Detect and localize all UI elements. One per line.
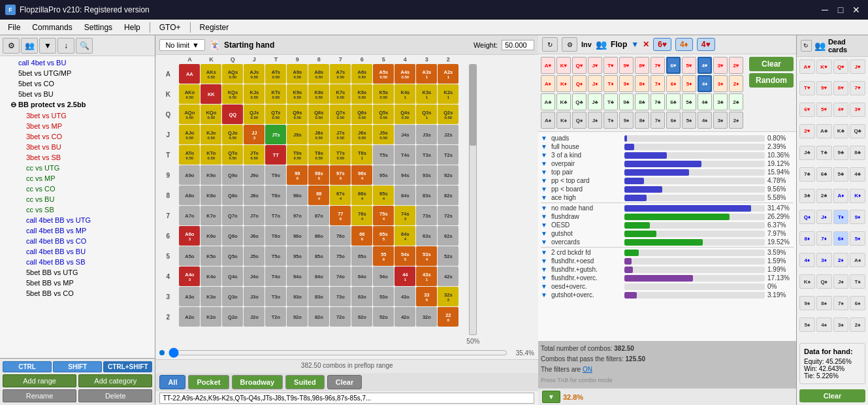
picker-card-T♣[interactable]: T♣: [603, 93, 618, 110]
hand-cell-kjo[interactable]: KJo0.50: [201, 125, 221, 144]
hand-cell-66[interactable]: 666: [351, 226, 372, 246]
dead-card-4s[interactable]: 4♠: [816, 317, 832, 332]
hand-cell-j6s[interactable]: J6s0.50: [351, 125, 372, 144]
hand-cell-54o[interactable]: 54o: [373, 267, 394, 286]
hand-cell-ajo[interactable]: AJo0.50: [179, 125, 200, 144]
tree-item-5bet-bb-co[interactable]: 5bet BB vs CO: [0, 288, 155, 299]
hand-cell-t2o[interactable]: T2o: [265, 307, 286, 327]
hand-cell-a7o[interactable]: A7o: [179, 206, 200, 225]
picker-card-3♦[interactable]: 3♦: [713, 75, 728, 92]
hand-cell-92o[interactable]: 92o: [287, 307, 308, 327]
tree-item-cc-bu[interactable]: cc vs BU: [0, 194, 155, 204]
hand-cell-k7s[interactable]: K7s0.50: [330, 84, 351, 104]
hand-cell-j3o[interactable]: J3o: [244, 287, 265, 306]
dead-card-7d[interactable]: 7♦: [816, 231, 832, 246]
hand-cell-98o[interactable]: 98o: [287, 186, 308, 205]
hand-cell-55[interactable]: 556: [373, 246, 394, 266]
hand-cell-k5s[interactable]: K5s0.50: [373, 84, 394, 104]
dead-card-3d[interactable]: 3♦: [816, 253, 832, 267]
tree-item-cc-utg[interactable]: cc vs UTG: [0, 163, 155, 173]
all-button[interactable]: All: [159, 375, 185, 389]
hand-cell-t7o[interactable]: T7o: [265, 206, 286, 225]
hand-cell-85s[interactable]: 85s4: [373, 186, 394, 205]
picker-card-6♥[interactable]: 6♥: [666, 57, 681, 74]
hand-cell-82s[interactable]: 82s: [438, 186, 458, 205]
picker-card-3♣[interactable]: 3♣: [713, 93, 728, 110]
hand-cell-74o[interactable]: 74o: [330, 267, 351, 286]
dead-card-2d[interactable]: 2♦: [833, 253, 849, 267]
import-button[interactable]: ↓: [57, 38, 74, 54]
hand-cell-q9o[interactable]: Q9o: [222, 165, 243, 185]
hand-cell-j6o[interactable]: J6o: [244, 226, 265, 246]
limit-dropdown[interactable]: No limit ▼: [159, 39, 205, 51]
tree-item-5bet-utg-mp[interactable]: 5bet vs UTG/MP: [0, 68, 155, 78]
hand-cell-a3o[interactable]: A3o: [179, 287, 200, 306]
hand-cell-k5o[interactable]: K5o: [201, 246, 221, 266]
tree-item-call4bet-bb-bu[interactable]: call 4bet BB vs BU: [0, 246, 155, 257]
hand-cell-j9s[interactable]: J9s: [287, 125, 308, 144]
search-button[interactable]: 🔍: [76, 38, 93, 54]
stat-filter-icon-12[interactable]: ▼: [541, 238, 549, 246]
hand-cell-jj[interactable]: JJ3: [244, 125, 265, 144]
dead-card-6s[interactable]: 6♠: [850, 296, 865, 310]
picker-card-Q♦[interactable]: Q♦: [572, 75, 587, 92]
hand-cell-72s[interactable]: 72s: [438, 206, 458, 225]
hand-cell-q2s[interactable]: Q2s0.50: [438, 105, 458, 124]
dead-card-8c[interactable]: 8♣: [850, 146, 865, 160]
clear-dead-button[interactable]: Clear: [799, 389, 865, 402]
menu-settings[interactable]: Settings: [79, 22, 118, 33]
hand-cell-87s[interactable]: 87s4: [330, 186, 351, 205]
dead-card-6c[interactable]: 6♣: [816, 167, 832, 182]
ctrlshift-modifier[interactable]: CTRL+SHIFT: [103, 361, 152, 372]
stat-filter-icon-11[interactable]: ▼: [541, 230, 549, 237]
hand-cell-t4o[interactable]: T4o: [265, 267, 286, 286]
hand-cell-73s[interactable]: 73s: [416, 206, 437, 225]
hand-cell-65o[interactable]: 65o: [351, 246, 372, 266]
tree-item-5bet-co[interactable]: 5bet vs CO: [0, 78, 155, 89]
hand-cell-t5o[interactable]: T5o: [265, 246, 286, 266]
filter-icon-btn[interactable]: ▼: [542, 391, 560, 403]
picker-card-J♥[interactable]: J♥: [588, 57, 602, 74]
stat-filter-icon-8[interactable]: ▼: [541, 204, 549, 212]
picker-card-K♦[interactable]: K♦: [556, 75, 571, 92]
add-category-button[interactable]: Add category: [78, 374, 152, 387]
picker-card-T♠[interactable]: T♠: [603, 112, 618, 129]
hand-cell-96o[interactable]: 96o: [287, 226, 308, 246]
tree-item-call4bet-bb-mp[interactable]: call 4bet BB vs MP: [0, 225, 155, 236]
maximize-button[interactable]: □: [834, 3, 847, 16]
stat-filter-icon-1[interactable]: ▼: [541, 143, 549, 150]
dead-card-3s[interactable]: 3♠: [833, 317, 849, 332]
hand-cell-t8s[interactable]: T8s0.50: [308, 145, 329, 165]
dead-card-Jd[interactable]: J♦: [816, 210, 832, 224]
hand-cell-53o[interactable]: 53o: [373, 287, 394, 306]
picker-card-4♦[interactable]: 4♦: [698, 75, 712, 92]
filter-funnel-icon[interactable]: ▼: [631, 40, 639, 49]
tree-item-cc-sb[interactable]: cc vs SB: [0, 204, 155, 215]
hand-cell-q6s[interactable]: Q6s0.50: [351, 105, 372, 124]
tree-item-call4bet-bb-sb[interactable]: call 4bet BB vs SB: [0, 257, 155, 267]
hand-cell-aqs[interactable]: AQs0.50: [222, 64, 243, 84]
users-button[interactable]: 👥: [21, 38, 38, 54]
stat-filter-icon-6[interactable]: ▼: [541, 186, 549, 193]
hand-cell-k2s[interactable]: K2s1: [438, 84, 458, 104]
dead-card-Th[interactable]: T♥: [799, 81, 815, 95]
range-slider[interactable]: [169, 348, 507, 358]
dead-card-2s[interactable]: 2♠: [850, 317, 865, 332]
dead-card-Qh[interactable]: Q♥: [833, 59, 849, 74]
stat-filter-icon-0[interactable]: ▼: [541, 135, 549, 142]
dead-card-Jh[interactable]: J♥: [850, 59, 865, 74]
hand-cell-k9s[interactable]: K9s0.50: [287, 84, 308, 104]
hand-cell-tt[interactable]: TT: [265, 145, 286, 165]
dead-card-As[interactable]: A♠: [850, 253, 865, 267]
hand-cell-q3o[interactable]: Q3o: [222, 287, 243, 306]
dead-card-Qc[interactable]: Q♣: [850, 124, 865, 138]
picker-card-3♥[interactable]: 3♥: [713, 57, 728, 74]
hand-cell-t7s[interactable]: T7s0.50: [330, 145, 351, 165]
minimize-button[interactable]: ─: [818, 3, 831, 16]
dead-card-2c[interactable]: 2♣: [816, 189, 832, 203]
hand-cell-63s[interactable]: 63s: [416, 226, 437, 246]
picker-card-8♠[interactable]: 8♠: [635, 112, 649, 129]
hand-cell-k9o[interactable]: K9o: [201, 165, 221, 185]
picker-card-5♥[interactable]: 5♥: [682, 57, 696, 74]
tree-item-cc-co[interactable]: cc vs CO: [0, 184, 155, 194]
